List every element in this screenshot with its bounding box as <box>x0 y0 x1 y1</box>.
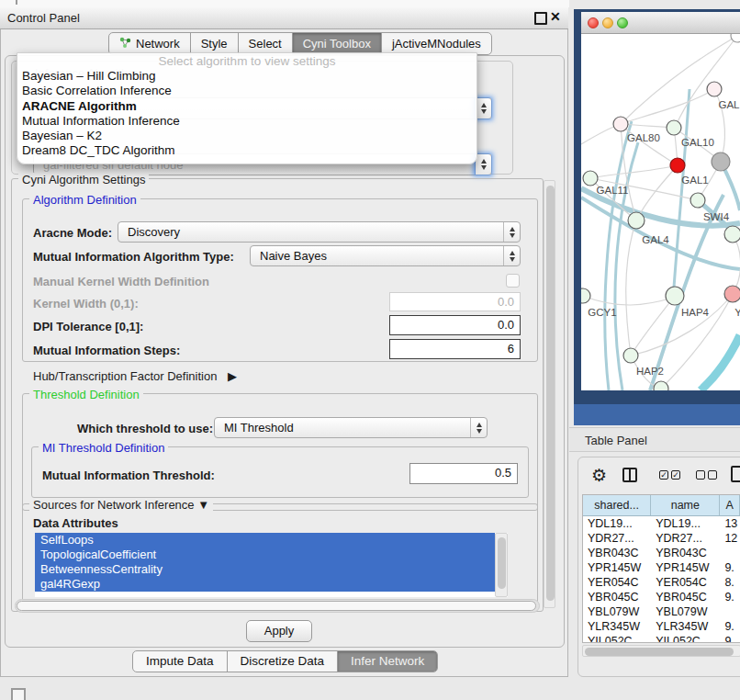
kernel-width-field[interactable]: 0.0 <box>389 292 521 311</box>
network-node-y[interactable] <box>724 286 740 302</box>
scrollbar-thumb[interactable] <box>17 601 536 611</box>
table-cell[interactable] <box>720 604 740 619</box>
mi-type-combo[interactable]: Naive Bayes <box>250 245 521 266</box>
network-node-gal[interactable] <box>707 82 722 96</box>
network-node-gal4[interactable] <box>628 212 645 229</box>
column-header[interactable]: name <box>651 495 720 515</box>
network-node[interactable] <box>724 226 740 243</box>
table-cell[interactable]: YIL052C <box>583 634 651 643</box>
table-cell[interactable]: YBL079W <box>583 604 651 619</box>
page-icon[interactable] <box>731 466 740 482</box>
table-row[interactable]: YDR27...YDR27...12 <box>583 531 740 546</box>
table-cell[interactable]: YER054C <box>651 575 720 590</box>
settings-vertical-scrollbar[interactable] <box>544 180 555 608</box>
scrollbar-thumb[interactable] <box>498 537 506 589</box>
zoom-traffic-light-icon[interactable] <box>617 17 628 28</box>
table-cell[interactable]: YLR345W <box>583 619 651 634</box>
attribute-list-item[interactable]: BetweennessCentrality <box>35 562 495 577</box>
settings-horizontal-scrollbar[interactable] <box>15 599 540 613</box>
table-cell[interactable]: YPR145W <box>651 560 720 575</box>
apply-button[interactable]: Apply <box>246 620 312 642</box>
checked-box-icon[interactable]: ✓ <box>659 470 668 480</box>
network-node-hap2[interactable] <box>623 348 638 363</box>
expand-triangle-icon[interactable]: ▶ <box>228 369 237 383</box>
attribute-list-item[interactable]: SelfLoops <box>35 533 495 548</box>
table-cell[interactable]: 13 <box>720 516 740 531</box>
tab-network[interactable]: Network <box>109 33 191 54</box>
network-node-swi4[interactable] <box>690 193 705 208</box>
checked-box-icon[interactable]: ✓ <box>671 470 680 480</box>
table-cell[interactable]: YBL079W <box>651 604 720 619</box>
popup-item[interactable]: Bayesian – Hill Climbing <box>17 69 477 84</box>
network-canvas[interactable]: GALGAL80GAL10GAL1GAL11SWI4GAL4GCY1HAP4YH… <box>581 34 740 390</box>
network-window-titlebar[interactable] <box>581 12 740 34</box>
network-node[interactable] <box>654 381 668 390</box>
dpi-tolerance-field[interactable]: 0.0 <box>389 315 521 335</box>
column-browser-icon[interactable] <box>622 468 637 482</box>
popup-item[interactable]: Basic Correlation Inference <box>17 84 477 98</box>
table-row[interactable]: YBR043CYBR043C <box>583 546 740 560</box>
table-cell[interactable]: YBR043C <box>651 546 720 560</box>
mi-threshold-field[interactable]: 0.5 <box>409 463 518 484</box>
table-row[interactable]: YDL19...YDL19...13 <box>583 516 740 531</box>
tab-cyni-toolbox[interactable]: Cyni Toolbox <box>293 33 382 54</box>
hub-definition-expander[interactable]: Hub/Transcription Factor Definition ▶ <box>33 369 237 383</box>
close-traffic-light-icon[interactable] <box>588 17 599 28</box>
network-node-gal80[interactable] <box>613 117 628 131</box>
table-cell[interactable]: YPR145W <box>583 560 651 575</box>
scrollbar-thumb[interactable] <box>585 648 734 656</box>
table-cell[interactable]: 8. <box>720 575 740 590</box>
network-node[interactable] <box>712 152 730 171</box>
scrollbar-thumb[interactable] <box>546 186 555 601</box>
table-cell[interactable]: 9. <box>720 590 740 604</box>
column-header[interactable]: A <box>720 495 740 515</box>
table-cell[interactable]: YBR045C <box>651 590 720 604</box>
table-row[interactable]: YPR145WYPR145W9. <box>583 560 740 575</box>
network-node[interactable] <box>731 34 740 42</box>
network-node-gal1[interactable] <box>670 158 685 173</box>
collapse-triangle-icon[interactable]: ▼ <box>197 498 209 512</box>
table-cell[interactable]: 12 <box>720 531 740 546</box>
tab-select[interactable]: Select <box>239 33 293 54</box>
table-row[interactable]: YBR045CYBR045C9. <box>583 590 740 604</box>
table-cell[interactable] <box>720 546 740 560</box>
table-cell[interactable]: YBR045C <box>583 590 651 604</box>
combo-stepper-icon[interactable] <box>503 222 520 242</box>
table-cell[interactable]: YDR27... <box>583 531 651 546</box>
list-vertical-scrollbar[interactable] <box>495 533 508 597</box>
combo-stepper-icon[interactable] <box>503 246 520 265</box>
attribute-list-item[interactable]: TopologicalCoefficient <box>35 548 495 562</box>
sources-group-title[interactable]: Sources for Network Inference ▼ <box>29 498 213 512</box>
unchecked-box-icon[interactable] <box>696 470 705 480</box>
table-cell[interactable]: YIL052C <box>651 634 720 643</box>
unchecked-box-icon[interactable] <box>708 470 717 480</box>
network-node-gcy1[interactable] <box>581 288 590 303</box>
popup-item[interactable]: Bayesian – K2 <box>17 129 477 143</box>
manual-kernel-checkbox[interactable] <box>506 274 520 288</box>
table-row[interactable]: YIL052CYIL052C9. <box>583 634 740 643</box>
table-row[interactable]: YLR345WYLR345W9. <box>583 619 740 634</box>
tab-style[interactable]: Style <box>191 33 239 54</box>
table-horizontal-scrollbar[interactable] <box>582 645 740 657</box>
minimize-traffic-light-icon[interactable] <box>602 17 613 28</box>
table-cell[interactable]: 9. <box>720 634 740 643</box>
table-cell[interactable]: YLR345W <box>651 619 720 634</box>
table-row[interactable]: YBL079WYBL079W <box>583 604 740 619</box>
close-icon[interactable]: ✕ <box>550 9 561 24</box>
table-cell[interactable]: YDL19... <box>651 516 720 531</box>
which-threshold-combo[interactable]: MI Threshold <box>214 417 488 438</box>
popup-item[interactable]: Dream8 DC_TDC Algorithm <box>17 143 477 158</box>
table-cell[interactable]: YDR27... <box>651 531 720 546</box>
popup-item[interactable]: ARACNE Algorithm <box>17 99 477 114</box>
float-window-icon[interactable] <box>534 12 547 25</box>
combo-stepper-icon[interactable] <box>470 418 487 437</box>
bottom-tab-infer-network[interactable]: Infer Network <box>338 651 437 672</box>
tab-jactivemnodules[interactable]: jActiveMNodules <box>382 33 491 54</box>
network-node-gal11[interactable] <box>583 171 598 186</box>
table-row[interactable]: YER054CYER054C8. <box>583 575 740 590</box>
column-header[interactable]: shared... <box>583 495 651 515</box>
popup-item[interactable]: Mutual Information Inference <box>17 114 477 129</box>
data-attributes-list[interactable]: SelfLoopsTopologicalCoefficientBetweenne… <box>35 533 508 597</box>
attribute-list-item[interactable]: gal4RGexp <box>35 577 495 592</box>
table-cell[interactable]: YBR043C <box>583 546 651 560</box>
